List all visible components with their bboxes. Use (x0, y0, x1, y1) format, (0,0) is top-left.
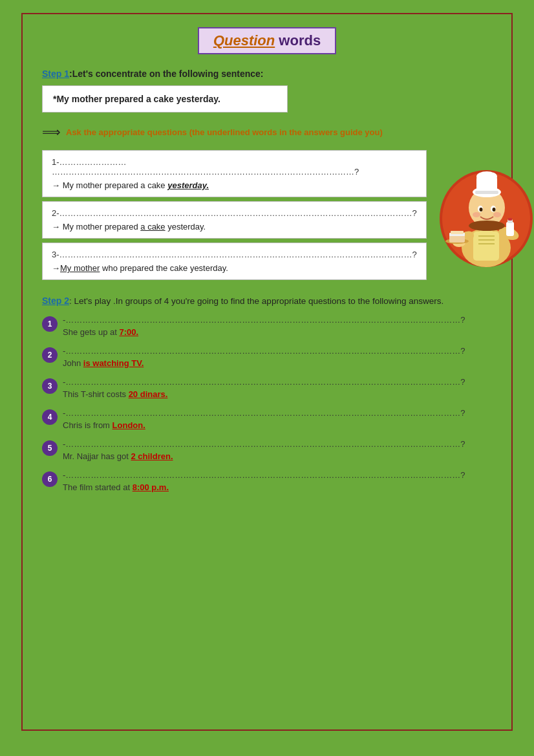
item-5-highlight: 2 children. (131, 451, 173, 461)
item-3-dots: -………………………………………………………………………………………………………… (63, 377, 492, 387)
sentence-text: *My mother prepared a cake yesterday. (53, 94, 220, 104)
sentence-box: *My mother prepared a cake yesterday. (42, 85, 288, 113)
step2-header: Step 2: Let's play .In groups of 4 you'r… (42, 296, 492, 306)
item-1-plain: She gets up at (63, 327, 119, 337)
step2-section: Step 2: Let's play .In groups of 4 you'r… (42, 296, 492, 492)
ex2-answer: → My mother prepared a cake yesterday. (52, 222, 417, 232)
ex1-underlined: yesterday. (167, 180, 209, 190)
arrow-1: → (52, 180, 63, 190)
item-content-5: -………………………………………………………………………………………………………… (63, 439, 492, 461)
exercise-3: 3-……………………………………………………………………………………………………… (42, 243, 427, 280)
title-words: words (275, 32, 321, 49)
item-6-answer: The film started at 8:00 p.m. (63, 482, 492, 492)
title-question: Question (213, 32, 275, 49)
step1-text: :Let's concentrate on the following sent… (69, 69, 263, 79)
chef-illustration (436, 164, 534, 270)
ex2-plain: My mother prepared (63, 222, 141, 232)
arrow-2: → (52, 222, 60, 232)
step1-header: Step 1:Let's concentrate on the followin… (42, 69, 492, 79)
exercises-col: 1-…………………… ……………………………………………………………………………… (42, 150, 427, 284)
item-4: 4 -…………………………………………………………………………………………………… (42, 408, 492, 430)
item-4-dots: -………………………………………………………………………………………………………… (63, 408, 492, 418)
num-circle-1: 1 (42, 316, 58, 332)
ex1-line: 1-…………………… ……………………………………………………………………………… (52, 157, 417, 177)
ex2-underlined: a cake (140, 222, 165, 232)
item-4-highlight: London. (112, 420, 145, 430)
item-6-highlight: 8:00 p.m. (133, 482, 169, 492)
step1-label: Step 1 (42, 69, 69, 79)
item-2-highlight: is watching TV. (83, 358, 144, 368)
item-content-4: -………………………………………………………………………………………………………… (63, 408, 492, 430)
ex3-line: 3-……………………………………………………………………………………………………… (52, 250, 417, 259)
ex3-underlined: My mother (60, 263, 100, 273)
double-arrow-icon: ⟹ (42, 124, 61, 140)
item-2-plain: John (63, 358, 83, 368)
svg-rect-14 (508, 218, 512, 221)
item-3: 3 -…………………………………………………………………………………………………… (42, 377, 492, 399)
ex2-line: 2-……………………………………………………………………………………………………… (52, 208, 417, 218)
svg-point-18 (476, 171, 497, 182)
num-circle-4: 4 (42, 409, 58, 425)
exercise-2: 2-……………………………………………………………………………………………………… (42, 201, 427, 239)
item-1-answer: She gets up at 7:00. (63, 327, 492, 337)
svg-point-22 (479, 208, 482, 211)
item-6-dots: -………………………………………………………………………………………………………… (63, 470, 492, 480)
exercises-area: 1-…………………… ……………………………………………………………………………… (42, 150, 492, 284)
svg-rect-11 (451, 231, 464, 234)
item-2-answer: John is watching TV. (63, 358, 492, 368)
item-2-dots: -………………………………………………………………………………………………………… (63, 346, 492, 356)
svg-point-24 (473, 212, 480, 217)
item-5-dots: -………………………………………………………………………………………………………… (63, 439, 492, 449)
step2-label: Step 2 (42, 296, 69, 306)
chef-image-area (433, 150, 534, 284)
num-circle-6: 6 (42, 471, 58, 487)
title: Question words (198, 27, 336, 54)
item-1: 1 -…………………………………………………………………………………………………… (42, 315, 492, 337)
item-3-highlight: 20 dinars. (129, 389, 168, 399)
instruction-text: Ask the appropriate questions (the under… (66, 127, 383, 137)
svg-rect-19 (475, 191, 498, 194)
item-5-answer: Mr. Najjar has got 2 children. (63, 451, 492, 461)
step2-text: : Let's play .In groups of 4 you're goin… (69, 296, 443, 306)
svg-rect-12 (506, 222, 514, 236)
title-box: Question words (42, 27, 492, 54)
instruction-row: ⟹ Ask the appropriate questions (the und… (42, 124, 492, 140)
arrow-3: → (52, 263, 60, 273)
item-content-2: -………………………………………………………………………………………………………… (63, 346, 492, 368)
item-1-highlight: 7:00. (119, 327, 138, 337)
num-circle-2: 2 (42, 347, 58, 363)
svg-point-23 (492, 208, 495, 211)
svg-point-26 (469, 221, 505, 231)
ex1-plain: My mother prepared a cake (63, 180, 168, 190)
num-circle-3: 3 (42, 378, 58, 394)
svg-point-25 (493, 212, 501, 217)
item-content-1: -………………………………………………………………………………………………………… (63, 315, 492, 337)
item-6: 6 -…………………………………………………………………………………………………… (42, 470, 492, 492)
exercise-1: 1-…………………… ……………………………………………………………………………… (42, 150, 427, 197)
ex2-plain2: yesterday. (166, 222, 206, 232)
num-circle-5: 5 (42, 440, 58, 456)
ex3-answer: →My mother who prepared the cake yesterd… (52, 263, 417, 273)
item-content-6: -………………………………………………………………………………………………………… (63, 470, 492, 492)
item-3-plain: This T-shirt costs (63, 389, 129, 399)
ex1-answer: → My mother prepared a cake yesterday. (52, 180, 417, 190)
item-4-plain: Chris is from (63, 420, 112, 430)
page: Question words Step 1:Let's concentrate … (21, 13, 513, 731)
item-4-answer: Chris is from London. (63, 420, 492, 430)
item-5: 5 -…………………………………………………………………………………………………… (42, 439, 492, 461)
item-6-plain: The film started at (63, 482, 133, 492)
item-3-answer: This T-shirt costs 20 dinars. (63, 389, 492, 399)
item-5-plain: Mr. Najjar has got (63, 451, 131, 461)
item-1-dots: -………………………………………………………………………………………………………… (63, 315, 492, 325)
item-content-3: -………………………………………………………………………………………………………… (63, 377, 492, 399)
item-2: 2 -…………………………………………………………………………………………………… (42, 346, 492, 368)
ex3-plain: who prepared the cake yesterday. (100, 263, 228, 273)
